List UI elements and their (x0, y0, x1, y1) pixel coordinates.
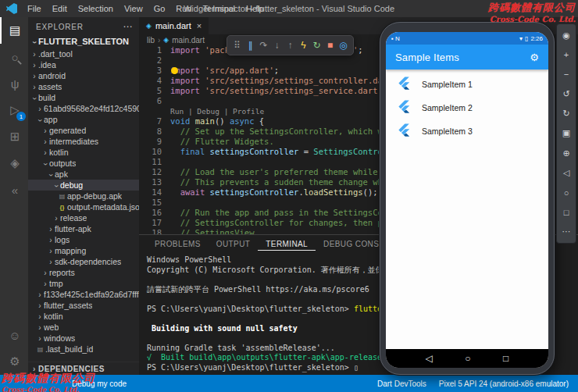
settings-gear-icon[interactable]: ⚙ (0, 348, 28, 375)
source-control-icon[interactable]: ψ (0, 70, 28, 97)
flutter-logo-icon (397, 123, 412, 141)
menu-go[interactable]: Go (148, 0, 171, 17)
pause-icon[interactable]: ∥ (244, 37, 257, 54)
menu-edit[interactable]: Edit (47, 0, 73, 17)
tree-item-intermediates[interactable]: ›intermediates (28, 136, 139, 147)
tree-item-flutter-apk[interactable]: ›flutter-apk (28, 223, 139, 234)
tree-item-.dart_tool[interactable]: ›.dart_tool (28, 48, 139, 59)
tree-item-assets[interactable]: ›assets (28, 81, 139, 92)
line-number: 1 (139, 45, 170, 55)
overview-icon[interactable]: □ (560, 206, 573, 219)
menu-view[interactable]: View (119, 0, 148, 17)
step-into-icon[interactable]: ↓ (270, 37, 284, 54)
panel-tab-problems[interactable]: PROBLEMS (147, 237, 209, 251)
tree-item-.idea[interactable]: ›.idea (28, 59, 139, 70)
stop-icon[interactable]: ■ (323, 37, 337, 54)
power-icon[interactable]: ◉ (560, 29, 573, 41)
tree-item-app-debug.apk[interactable]: ▤app-debug.apk (28, 191, 139, 201)
vscode-logo-icon (6, 3, 17, 14)
list-item[interactable]: SampleItem 1 (386, 73, 548, 96)
hot-reload-icon[interactable]: ϟ (297, 37, 310, 54)
tree-item-reports[interactable]: ›reports (28, 267, 139, 278)
rotate-right-icon[interactable]: ↻ (560, 108, 573, 120)
tree-item-tmp[interactable]: ›tmp (28, 278, 139, 289)
more-icon[interactable]: ⋯ (560, 226, 573, 238)
chevron-right-icon: › (30, 61, 38, 69)
tree-item-generated[interactable]: ›generated (28, 125, 139, 136)
step-over-icon[interactable]: ↷ (257, 37, 270, 54)
status-item-device-selector[interactable]: Pixel 5 API 24 (android-x86 emulator) (439, 380, 569, 388)
extensions-icon[interactable]: ⊞ (0, 123, 28, 150)
list-item[interactable]: SampleItem 3 (386, 119, 548, 143)
close-icon[interactable]: × (197, 21, 202, 30)
status-bar-right: Dart DevToolsPixel 5 API 24 (android-x86… (377, 380, 578, 388)
tree-item-label: .last_build_id (45, 344, 93, 354)
nav-back-icon[interactable]: ◁ (426, 353, 433, 364)
tree-item-debug[interactable]: ›debug (28, 180, 139, 191)
collapse-icon[interactable]: « (0, 176, 28, 203)
more-actions-icon[interactable]: ⋯ (123, 21, 133, 32)
code-content: // SettingsView. (170, 228, 259, 234)
rotate-left-icon[interactable]: ↺ (560, 88, 573, 101)
status-item-dart-devtools[interactable]: Dart DevTools (377, 380, 426, 388)
tree-item-kotlin[interactable]: ›kotlin (28, 147, 139, 158)
tree-item-build[interactable]: ›build (28, 92, 139, 103)
tree-item-61abd9568e2e4fd12c45908...[interactable]: ›61abd9568e2e4fd12c45908... (28, 103, 139, 114)
menu-selection[interactable]: Selection (73, 0, 119, 17)
code-lens[interactable]: Run | Debug | Profile (170, 106, 264, 116)
tree-item-web[interactable]: ›web (28, 322, 139, 333)
volume-up-icon[interactable]: + (560, 48, 573, 61)
line-number: 4 (139, 76, 170, 86)
tree-item-kotlin[interactable]: ›kotlin (28, 311, 139, 322)
tab-main-dart[interactable]: ◈ main.dart × (139, 17, 209, 34)
panel-tab-output[interactable]: OUTPUT (209, 237, 259, 251)
run-debug-icon[interactable]: ▷1 (0, 97, 28, 123)
status-item-debug-my-code[interactable]: Debug my code (72, 380, 127, 388)
file-tree: ›.dart_tool›.idea›android›assets›build›6… (28, 48, 139, 355)
list-item-label: SampleItem 2 (422, 103, 473, 112)
tree-item-android[interactable]: ›android (28, 70, 139, 81)
zoom-icon[interactable]: ⊕ (560, 147, 573, 159)
screenshot-icon[interactable]: ▣ (560, 127, 573, 140)
dependencies-section[interactable]: › DEPENDENCIES (28, 362, 139, 375)
drag-handle-icon[interactable]: ⠿ (230, 37, 244, 54)
step-out-icon[interactable]: ↑ (284, 37, 297, 54)
nav-overview-icon[interactable]: □ (503, 353, 508, 364)
restart-icon[interactable]: ↻ (310, 37, 323, 54)
tree-item-app[interactable]: ›app (28, 114, 139, 125)
volume-down-icon[interactable]: − (560, 68, 573, 80)
tree-item-outputs[interactable]: ›outputs (28, 158, 139, 169)
menu-file[interactable]: File (22, 0, 47, 17)
tree-item-windows[interactable]: ›windows (28, 333, 139, 344)
settings-gear-icon[interactable]: ⚙ (530, 52, 539, 63)
app-title: Sample Items (395, 52, 530, 63)
back-icon[interactable]: ◁ (560, 166, 573, 179)
tree-item-flutter_assets[interactable]: ›flutter_assets (28, 300, 139, 311)
project-root-folder[interactable]: › FLUTTER_SKELETON (28, 34, 139, 48)
widget-inspector-icon[interactable]: ◎ (337, 37, 350, 54)
status-bar: Debug my code Dart DevToolsPixel 5 API 2… (0, 375, 578, 392)
breadcrumb-file[interactable]: main.dart (172, 36, 205, 45)
line-number: 5 (139, 86, 170, 96)
tree-item-logs[interactable]: ›logs (28, 234, 139, 245)
explorer-icon[interactable]: ▤ (0, 17, 28, 44)
home-icon[interactable]: ○ (560, 187, 573, 199)
panel-tab-terminal[interactable]: TERMINAL (258, 237, 316, 251)
tree-item-f133ef425c1edfa92a6d7fffa...[interactable]: ›f133ef425c1edfa92a6d7fffa... (28, 289, 139, 300)
tree-item-.last_build_id[interactable]: ▤.last_build_id (28, 344, 139, 355)
breadcrumb-folder[interactable]: lib (147, 36, 155, 45)
tree-item-output-metadata.json[interactable]: {}output-metadata.json (28, 201, 139, 212)
lightbulb-icon[interactable] (171, 67, 178, 74)
nav-home-icon[interactable]: ○ (465, 353, 470, 364)
tree-item-mapping[interactable]: ›mapping (28, 245, 139, 256)
chevron-right-icon: › (41, 148, 49, 157)
list-item[interactable]: SampleItem 2 (386, 96, 548, 119)
tree-item-release[interactable]: ›release (28, 212, 139, 223)
tree-item-apk[interactable]: ›apk (28, 169, 139, 180)
tree-item-label: sdk-dependencies (55, 257, 121, 266)
account-icon[interactable]: ☺ (0, 322, 28, 348)
test-icon[interactable]: ◈ (0, 150, 28, 176)
search-icon[interactable]: ○ (0, 44, 28, 70)
tree-item-label: reports (49, 268, 75, 277)
tree-item-sdk-dependencies[interactable]: ›sdk-dependencies (28, 256, 139, 267)
